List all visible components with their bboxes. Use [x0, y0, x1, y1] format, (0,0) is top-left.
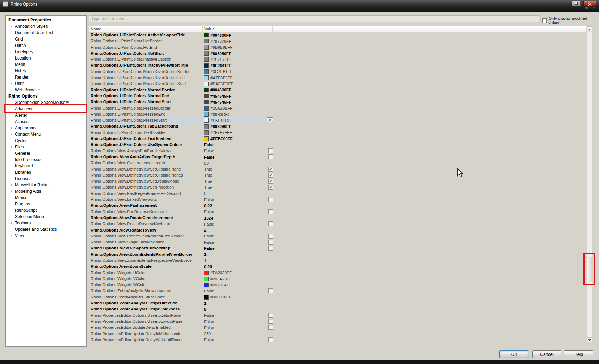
table-row-rhino-options-view-definedviewsetclippingplanes[interactable]: Rhino.Options.View.DefinedViewSetClippin…	[89, 172, 586, 178]
table-row-rhino-options-zebraanalysis-stripedirection[interactable]: Rhino.Options.ZebraAnalysis.StripeDirect…	[89, 300, 586, 306]
table-row-rhino-propertieseditor-updatedelaywaituntildone[interactable]: Rhino.PropertiesEditor.UpdateDelayWaitUn…	[89, 337, 586, 343]
expand-arrow-icon[interactable]	[11, 234, 12, 237]
sidebar-item-grid[interactable]: Grid	[6, 36, 86, 42]
table-row-rhino-options-uipaintcolors-inactivecaption[interactable]: Rhino.Options.UiPaintColors.InactiveCapt…	[89, 56, 586, 62]
table-row-rhino-options-uipaintcolors-normalstart[interactable]: Rhino.Options.UiPaintColors.NormalStart#…	[89, 99, 586, 105]
table-row-rhino-propertieseditor-updatedelayenabled[interactable]: Rhino.PropertiesEditor.UpdateDelayEnable…	[89, 325, 586, 331]
sidebar-item-mesh[interactable]: Mesh	[6, 61, 86, 68]
expand-arrow-icon[interactable]	[11, 190, 12, 193]
expand-arrow-icon[interactable]	[11, 133, 12, 136]
table-row-rhino-options-view-autoadjusttargetdepth[interactable]: Rhino.Options.View.AutoAdjustTargetDepth…	[89, 154, 586, 160]
table-row-rhino-options-uipaintcolors-textdisabled[interactable]: Rhino.Options.UiPaintColors.TextDisabled…	[89, 130, 586, 136]
cancel-button[interactable]: Cancel	[532, 350, 561, 358]
value-checkbox[interactable]: ✔	[268, 167, 273, 172]
table-row-rhino-options-uipaintcolors-normalborder[interactable]: Rhino.Options.UiPaintColors.NormalBorder…	[89, 87, 586, 93]
sidebar-item-keyboard[interactable]: Keyboard	[6, 163, 86, 169]
table-row-rhino-options-uipaintcolors-hotend[interactable]: Rhino.Options.UiPaintColors.HotEnd#9B9B9…	[89, 44, 586, 50]
sidebar-item-notes[interactable]: Notes	[6, 68, 86, 74]
sidebar-item-location[interactable]: Location	[6, 55, 86, 61]
column-header-value[interactable]: Value	[203, 26, 273, 32]
table-row-rhino-options-view-definedviewsetprojection[interactable]: Rhino.Options.View.DefinedViewSetProject…	[89, 184, 586, 190]
table-row-rhino-options-zebraanalysis-stripethickness[interactable]: Rhino.Options.ZebraAnalysis.StripeThickn…	[89, 306, 586, 312]
table-row-rhino-options-view-panincrement[interactable]: Rhino.Options.View.PanIncrement0.02	[89, 203, 586, 209]
table-row-rhino-options-view-rotateviewaroundautogumball[interactable]: Rhino.Options.View.RotateViewAroundAutoG…	[89, 233, 586, 239]
sidebar-item-maxwell-for-rhino[interactable]: Maxwell for Rhino	[6, 182, 86, 188]
table-row-rhino-options-view-zoomextentsparallelviewborder[interactable]: Rhino.Options.View.ZoomExtentsParallelVi…	[89, 252, 586, 258]
scrollbar-thumb[interactable]	[587, 257, 592, 282]
filter-keys-input[interactable]	[89, 15, 539, 22]
table-row-rhino-options-view-rotatereversekeyboard[interactable]: Rhino.Options.View.RotateReverseKeyboard…	[89, 221, 586, 227]
value-checkbox[interactable]	[268, 337, 273, 342]
sidebar-item-linetypes[interactable]: Linetypes	[6, 49, 86, 55]
table-row-rhino-options-uipaintcolors-pressedstart[interactable]: Rhino.Options.UiPaintColors.PressedStart…	[89, 117, 586, 123]
value-checkbox[interactable]	[268, 325, 273, 330]
sidebar-item-cycles[interactable]: Cycles	[6, 137, 86, 144]
table-row-rhino-options-view-linkedviewports[interactable]: Rhino.Options.View.LinkedViewportsFalse	[89, 197, 586, 203]
value-checkbox[interactable]	[268, 209, 273, 214]
value-checkbox[interactable]: ✔	[268, 185, 273, 190]
table-row-rhino-options-uipaintcolors-pressedend[interactable]: Rhino.Options.UiPaintColors.PressedEnd#6…	[89, 111, 586, 117]
table-row-rhino-options-uipaintcolors-hotborder[interactable]: Rhino.Options.UiPaintColors.HotBorder#78…	[89, 38, 586, 44]
table-row-rhino-options-view-zoomextentsperspectiveviewborder[interactable]: Rhino.Options.View.ZoomExtentsPerspectiv…	[89, 258, 586, 264]
value-checkbox[interactable]	[268, 319, 273, 324]
table-row-rhino-options-uipaintcolors-usesystemcolors[interactable]: Rhino.Options.UiPaintColors.UseSystemCol…	[89, 142, 586, 148]
value-dropdown-button[interactable]: v	[267, 117, 273, 123]
sidebar-item-view[interactable]: View	[6, 233, 86, 239]
table-row-rhino-options-uipaintcolors-pressedborder[interactable]: Rhino.Options.UiPaintColors.PressedBorde…	[89, 105, 586, 111]
help-button[interactable]: Help	[564, 350, 593, 358]
value-checkbox[interactable]: ✔	[268, 173, 273, 178]
table-row-rhino-options-view-panreversekeyboard[interactable]: Rhino.Options.View.PanReverseKeyboardFal…	[89, 209, 586, 215]
table-row-rhino-options-view-cameralenselength[interactable]: Rhino.Options.View.CameraLenseLength50	[89, 160, 586, 166]
table-row-rhino-options-view-fastregenframespersecond[interactable]: Rhino.Options.View.FastRegenFramesPerSec…	[89, 191, 586, 197]
expand-arrow-icon[interactable]	[11, 25, 12, 28]
scroll-up-button[interactable]	[587, 26, 592, 32]
sidebar-item-aliases[interactable]: Aliases	[6, 118, 86, 125]
column-header-name[interactable]: Name	[89, 26, 203, 32]
value-checkbox[interactable]	[268, 288, 273, 293]
scroll-down-button[interactable]	[587, 337, 592, 343]
sidebar-item-mouse[interactable]: Mouse	[6, 195, 86, 201]
table-row-rhino-options-uipaintcolors-mouseovercontrolend[interactable]: Rhino.Options.UiPaintColors.MouseOverCon…	[89, 75, 586, 81]
table-row-rhino-propertieseditor-updatedelayinmilliseconds[interactable]: Rhino.PropertiesEditor.UpdateDelayInMill…	[89, 331, 586, 337]
value-checkbox[interactable]	[268, 197, 273, 202]
table-row-rhino-propertieseditor-options-useetodetailpage[interactable]: Rhino.PropertiesEditor.Options.UseEtoDet…	[89, 313, 586, 319]
sidebar-item-toolbars[interactable]: Toolbars	[6, 220, 86, 226]
table-row-rhino-options-view-definedviewsetclippingplane[interactable]: Rhino.Options.View.DefinedViewSetClippin…	[89, 166, 586, 172]
sidebar-item-appearance[interactable]: Appearance	[6, 125, 86, 131]
sidebar-item-web-browser[interactable]: Web Browser	[6, 87, 86, 93]
value-checkbox[interactable]	[268, 221, 273, 226]
value-checkbox[interactable]	[268, 240, 273, 245]
sidebar-item-idle-processor[interactable]: Idle Processor	[6, 156, 86, 163]
sidebar-item-units[interactable]: Units	[6, 80, 86, 87]
sidebar-item-modeling-aids[interactable]: Modeling Aids	[6, 188, 86, 195]
sidebar-item-annotation-styles[interactable]: Annotation Styles	[6, 23, 86, 30]
sidebar-item-hatch[interactable]: Hatch	[6, 42, 86, 49]
table-row-rhino-options-zebraanalysis-showisoparms[interactable]: Rhino.Options.ZebraAnalysis.ShowIsoparms…	[89, 288, 586, 294]
table-row-rhino-options-widgets-wcolor[interactable]: Rhino.Options.Widgets.WColor#2020FAFF	[89, 282, 586, 288]
table-row-rhino-options-view-zoomscale[interactable]: Rhino.Options.View.ZoomScale0.99	[89, 264, 586, 270]
modified-values-checkbox[interactable]	[542, 18, 547, 23]
sidebar-item-selection-menu[interactable]: Selection Menu	[6, 214, 86, 220]
table-row-rhino-options-view-viewportcursorwrap[interactable]: Rhino.Options.View.ViewportCursorWrapFal…	[89, 245, 586, 251]
sidebar-item-rhinoscript[interactable]: RhinoScript	[6, 207, 86, 214]
table-row-rhino-propertieseditor-options-useetolayoutpage[interactable]: Rhino.PropertiesEditor.Options.UseEtoLay…	[89, 319, 586, 325]
value-checkbox[interactable]	[268, 246, 273, 251]
sidebar-item-context-menu[interactable]: Context Menu	[6, 131, 86, 137]
table-row-rhino-options-widgets-ucolor[interactable]: Rhino.Options.Widgets.UColor#FA2020FF	[89, 270, 586, 276]
table-row-rhino-options-view-rotatecircleincrement[interactable]: Rhino.Options.View.RotateCircleIncrement…	[89, 215, 586, 221]
sidebar-item-plug-ins[interactable]: Plug-ins	[6, 201, 86, 207]
expand-arrow-icon[interactable]	[11, 127, 12, 129]
table-row-rhino-options-uipaintcolors-mouseovercontrolstart[interactable]: Rhino.Options.UiPaintColors.MouseOverCon…	[89, 81, 586, 87]
sidebar-item-general[interactable]: General	[6, 150, 86, 156]
sidebar-item-files[interactable]: Files	[6, 144, 86, 150]
modified-values-toggle[interactable]: Only display modified values	[542, 16, 599, 25]
close-button[interactable]	[583, 1, 596, 6]
sidebar-item-alerter[interactable]: Alerter	[6, 112, 86, 118]
sidebar-item-libraries[interactable]: Libraries	[6, 169, 86, 175]
sidebar-item-document-user-text[interactable]: Document User Text	[6, 30, 86, 36]
sidebar-item-licenses[interactable]: Licenses	[6, 175, 86, 182]
value-checkbox[interactable]	[268, 234, 273, 239]
table-row-rhino-options-uipaintcolors-inactiveviewporttitle[interactable]: Rhino.Options.UiPaintColors.InactiveView…	[89, 62, 586, 68]
expand-arrow-icon[interactable]	[11, 184, 12, 186]
ok-button[interactable]: OK	[499, 350, 529, 358]
